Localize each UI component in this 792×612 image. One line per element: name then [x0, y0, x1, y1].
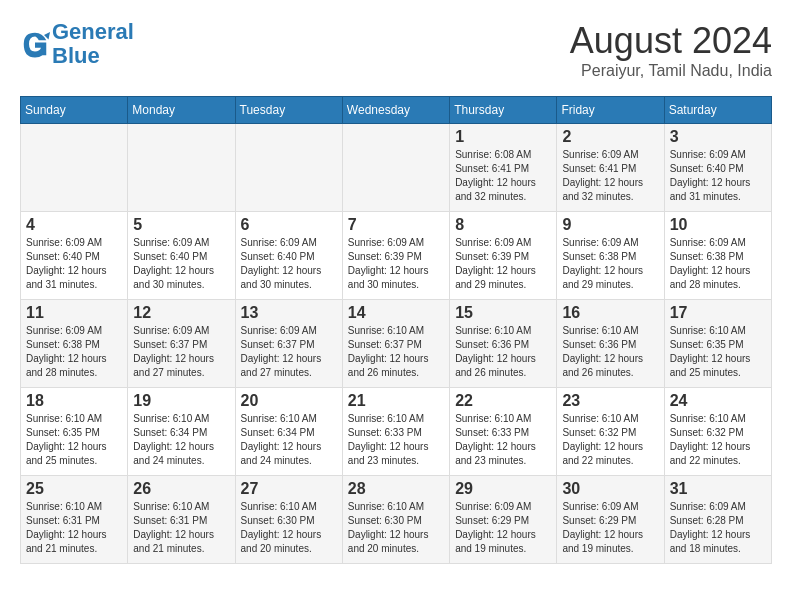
day-number: 17 — [670, 304, 766, 322]
day-info: Sunrise: 6:10 AM Sunset: 6:36 PM Dayligh… — [562, 324, 658, 380]
calendar-cell: 23Sunrise: 6:10 AM Sunset: 6:32 PM Dayli… — [557, 388, 664, 476]
calendar-cell: 7Sunrise: 6:09 AM Sunset: 6:39 PM Daylig… — [342, 212, 449, 300]
day-number: 7 — [348, 216, 444, 234]
day-number: 4 — [26, 216, 122, 234]
calendar-cell: 22Sunrise: 6:10 AM Sunset: 6:33 PM Dayli… — [450, 388, 557, 476]
header-day-friday: Friday — [557, 97, 664, 124]
day-number: 23 — [562, 392, 658, 410]
logo-text: General Blue — [52, 20, 134, 68]
day-info: Sunrise: 6:10 AM Sunset: 6:31 PM Dayligh… — [26, 500, 122, 556]
day-info: Sunrise: 6:09 AM Sunset: 6:38 PM Dayligh… — [562, 236, 658, 292]
calendar-title: August 2024 — [570, 20, 772, 62]
calendar-cell: 13Sunrise: 6:09 AM Sunset: 6:37 PM Dayli… — [235, 300, 342, 388]
day-number: 8 — [455, 216, 551, 234]
calendar-cell: 4Sunrise: 6:09 AM Sunset: 6:40 PM Daylig… — [21, 212, 128, 300]
header-day-wednesday: Wednesday — [342, 97, 449, 124]
day-info: Sunrise: 6:10 AM Sunset: 6:31 PM Dayligh… — [133, 500, 229, 556]
calendar-subtitle: Peraiyur, Tamil Nadu, India — [570, 62, 772, 80]
calendar-cell: 16Sunrise: 6:10 AM Sunset: 6:36 PM Dayli… — [557, 300, 664, 388]
day-info: Sunrise: 6:09 AM Sunset: 6:28 PM Dayligh… — [670, 500, 766, 556]
calendar-cell: 9Sunrise: 6:09 AM Sunset: 6:38 PM Daylig… — [557, 212, 664, 300]
calendar-cell: 12Sunrise: 6:09 AM Sunset: 6:37 PM Dayli… — [128, 300, 235, 388]
day-number: 29 — [455, 480, 551, 498]
page-header: General Blue August 2024 Peraiyur, Tamil… — [20, 20, 772, 80]
day-number: 10 — [670, 216, 766, 234]
day-number: 27 — [241, 480, 337, 498]
calendar-cell — [128, 124, 235, 212]
day-info: Sunrise: 6:09 AM Sunset: 6:29 PM Dayligh… — [562, 500, 658, 556]
header-day-sunday: Sunday — [21, 97, 128, 124]
day-info: Sunrise: 6:10 AM Sunset: 6:30 PM Dayligh… — [348, 500, 444, 556]
day-info: Sunrise: 6:08 AM Sunset: 6:41 PM Dayligh… — [455, 148, 551, 204]
calendar-cell: 30Sunrise: 6:09 AM Sunset: 6:29 PM Dayli… — [557, 476, 664, 564]
day-number: 26 — [133, 480, 229, 498]
day-info: Sunrise: 6:09 AM Sunset: 6:40 PM Dayligh… — [241, 236, 337, 292]
logo-icon — [20, 29, 50, 59]
day-number: 30 — [562, 480, 658, 498]
calendar-cell: 1Sunrise: 6:08 AM Sunset: 6:41 PM Daylig… — [450, 124, 557, 212]
header-day-thursday: Thursday — [450, 97, 557, 124]
day-info: Sunrise: 6:10 AM Sunset: 6:34 PM Dayligh… — [133, 412, 229, 468]
day-info: Sunrise: 6:09 AM Sunset: 6:40 PM Dayligh… — [670, 148, 766, 204]
day-info: Sunrise: 6:10 AM Sunset: 6:33 PM Dayligh… — [455, 412, 551, 468]
day-number: 20 — [241, 392, 337, 410]
day-number: 16 — [562, 304, 658, 322]
day-number: 25 — [26, 480, 122, 498]
calendar-cell: 18Sunrise: 6:10 AM Sunset: 6:35 PM Dayli… — [21, 388, 128, 476]
calendar-header: SundayMondayTuesdayWednesdayThursdayFrid… — [21, 97, 772, 124]
calendar-body: 1Sunrise: 6:08 AM Sunset: 6:41 PM Daylig… — [21, 124, 772, 564]
calendar-cell: 11Sunrise: 6:09 AM Sunset: 6:38 PM Dayli… — [21, 300, 128, 388]
calendar-cell: 24Sunrise: 6:10 AM Sunset: 6:32 PM Dayli… — [664, 388, 771, 476]
calendar-cell — [21, 124, 128, 212]
logo-line2: Blue — [52, 43, 100, 68]
calendar-cell: 10Sunrise: 6:09 AM Sunset: 6:38 PM Dayli… — [664, 212, 771, 300]
day-info: Sunrise: 6:10 AM Sunset: 6:35 PM Dayligh… — [26, 412, 122, 468]
calendar-cell: 14Sunrise: 6:10 AM Sunset: 6:37 PM Dayli… — [342, 300, 449, 388]
day-info: Sunrise: 6:10 AM Sunset: 6:32 PM Dayligh… — [562, 412, 658, 468]
header-day-monday: Monday — [128, 97, 235, 124]
day-number: 6 — [241, 216, 337, 234]
calendar-cell: 26Sunrise: 6:10 AM Sunset: 6:31 PM Dayli… — [128, 476, 235, 564]
title-block: August 2024 Peraiyur, Tamil Nadu, India — [570, 20, 772, 80]
day-info: Sunrise: 6:09 AM Sunset: 6:39 PM Dayligh… — [348, 236, 444, 292]
day-number: 2 — [562, 128, 658, 146]
day-number: 12 — [133, 304, 229, 322]
calendar-cell: 20Sunrise: 6:10 AM Sunset: 6:34 PM Dayli… — [235, 388, 342, 476]
logo-line1: General — [52, 19, 134, 44]
day-info: Sunrise: 6:09 AM Sunset: 6:40 PM Dayligh… — [133, 236, 229, 292]
calendar-cell: 3Sunrise: 6:09 AM Sunset: 6:40 PM Daylig… — [664, 124, 771, 212]
calendar-cell: 15Sunrise: 6:10 AM Sunset: 6:36 PM Dayli… — [450, 300, 557, 388]
day-info: Sunrise: 6:09 AM Sunset: 6:29 PM Dayligh… — [455, 500, 551, 556]
calendar-week-1: 1Sunrise: 6:08 AM Sunset: 6:41 PM Daylig… — [21, 124, 772, 212]
day-number: 24 — [670, 392, 766, 410]
day-number: 18 — [26, 392, 122, 410]
calendar-cell: 27Sunrise: 6:10 AM Sunset: 6:30 PM Dayli… — [235, 476, 342, 564]
day-info: Sunrise: 6:09 AM Sunset: 6:41 PM Dayligh… — [562, 148, 658, 204]
calendar-cell: 19Sunrise: 6:10 AM Sunset: 6:34 PM Dayli… — [128, 388, 235, 476]
day-info: Sunrise: 6:09 AM Sunset: 6:38 PM Dayligh… — [670, 236, 766, 292]
calendar-cell: 17Sunrise: 6:10 AM Sunset: 6:35 PM Dayli… — [664, 300, 771, 388]
day-info: Sunrise: 6:10 AM Sunset: 6:32 PM Dayligh… — [670, 412, 766, 468]
calendar-week-5: 25Sunrise: 6:10 AM Sunset: 6:31 PM Dayli… — [21, 476, 772, 564]
day-number: 15 — [455, 304, 551, 322]
day-number: 11 — [26, 304, 122, 322]
header-day-tuesday: Tuesday — [235, 97, 342, 124]
calendar-week-2: 4Sunrise: 6:09 AM Sunset: 6:40 PM Daylig… — [21, 212, 772, 300]
day-info: Sunrise: 6:10 AM Sunset: 6:30 PM Dayligh… — [241, 500, 337, 556]
header-day-saturday: Saturday — [664, 97, 771, 124]
day-info: Sunrise: 6:09 AM Sunset: 6:37 PM Dayligh… — [133, 324, 229, 380]
day-info: Sunrise: 6:10 AM Sunset: 6:34 PM Dayligh… — [241, 412, 337, 468]
calendar-table: SundayMondayTuesdayWednesdayThursdayFrid… — [20, 96, 772, 564]
day-info: Sunrise: 6:10 AM Sunset: 6:35 PM Dayligh… — [670, 324, 766, 380]
calendar-cell: 6Sunrise: 6:09 AM Sunset: 6:40 PM Daylig… — [235, 212, 342, 300]
day-info: Sunrise: 6:10 AM Sunset: 6:33 PM Dayligh… — [348, 412, 444, 468]
day-info: Sunrise: 6:09 AM Sunset: 6:40 PM Dayligh… — [26, 236, 122, 292]
day-info: Sunrise: 6:10 AM Sunset: 6:36 PM Dayligh… — [455, 324, 551, 380]
day-number: 5 — [133, 216, 229, 234]
day-number: 28 — [348, 480, 444, 498]
day-info: Sunrise: 6:10 AM Sunset: 6:37 PM Dayligh… — [348, 324, 444, 380]
calendar-cell: 29Sunrise: 6:09 AM Sunset: 6:29 PM Dayli… — [450, 476, 557, 564]
day-number: 9 — [562, 216, 658, 234]
day-number: 13 — [241, 304, 337, 322]
day-info: Sunrise: 6:09 AM Sunset: 6:39 PM Dayligh… — [455, 236, 551, 292]
